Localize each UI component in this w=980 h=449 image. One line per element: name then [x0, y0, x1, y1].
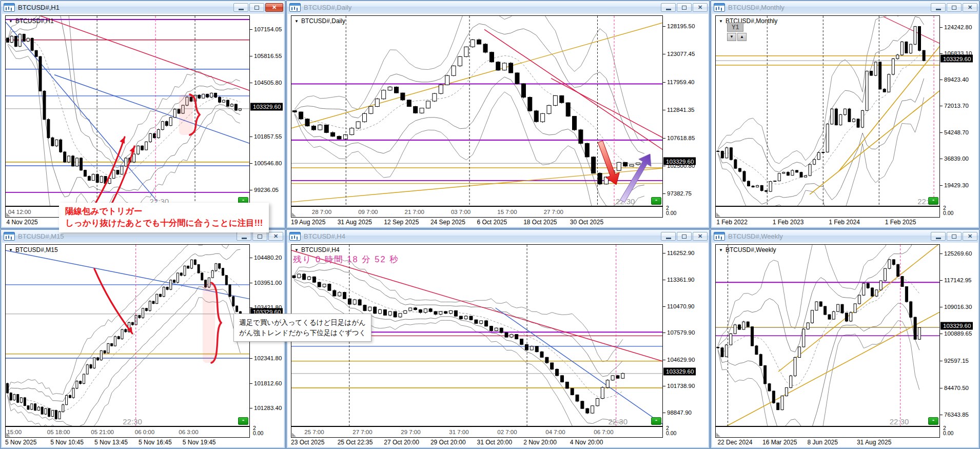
strip-scale-min: 0.00: [943, 210, 953, 216]
price-scale[interactable]: 125269.60117142.95109016.30100889.659259…: [940, 243, 978, 426]
price-tick: [250, 190, 252, 190]
candlestick-chart-svg[interactable]: [6, 16, 249, 206]
price-scale[interactable]: 116252.90113361.90110470.90107579.901046…: [663, 243, 708, 426]
collapse-green-button[interactable]: -: [928, 417, 938, 425]
price-tick: [663, 333, 665, 333]
candlestick-chart-svg[interactable]: [291, 16, 662, 206]
scroll-grip-icon: [292, 433, 296, 437]
chart-window-weekly: BTCUSD#,Weekly✕▼BTCUSD#,Weekly22:30-1252…: [710, 229, 980, 449]
price-tick: [940, 388, 943, 388]
maximize-button[interactable]: [677, 3, 692, 12]
minimize-button[interactable]: [661, 3, 676, 12]
candlestick-chart-svg[interactable]: [6, 245, 249, 426]
time-subwindow-row: 28 7:0009 7:0021 7:0003 7:0015 7:0027 7:…: [288, 206, 708, 218]
close-icon: ✕: [968, 5, 972, 10]
price-tick: [663, 166, 665, 166]
session-time-label: 22:30: [123, 417, 142, 426]
price-tick-label: 124242.80: [944, 24, 972, 30]
strip-scale: 20.00: [940, 426, 978, 438]
price-tick-label: 100889.65: [944, 330, 972, 337]
price-tick: [663, 413, 665, 413]
price-tick-label: 72013.70: [944, 103, 969, 109]
chart-dropdown-icon[interactable]: ▼: [9, 19, 13, 24]
maximize-button[interactable]: [249, 3, 264, 12]
chart-dropdown-icon[interactable]: ▼: [295, 248, 299, 252]
minimize-button[interactable]: [233, 3, 248, 12]
maximize-button[interactable]: [947, 232, 962, 241]
maximize-button[interactable]: [252, 232, 267, 241]
time-axis[interactable]: 1 Feb 20221 Feb 20231 Feb 20241 Feb 2025: [715, 218, 940, 227]
price-tick: [940, 253, 943, 254]
scale-up-button[interactable]: ▲: [737, 33, 747, 41]
minimize-button[interactable]: [931, 232, 946, 241]
time-subwindow[interactable]: 25 7:0027 7:0029 7:0031 7:0002 7:0004 7:…: [291, 426, 663, 438]
minimize-button[interactable]: [661, 232, 676, 241]
collapse-green-button[interactable]: -: [928, 197, 938, 205]
price-chart-plot[interactable]: ▼BTCUSD#,M1522:30-: [5, 244, 250, 426]
price-scale[interactable]: 128195.50123077.45117959.40112841.351076…: [663, 14, 708, 206]
window-titlebar[interactable]: BTCUSD#,H4✕: [287, 230, 709, 243]
time-subwindow[interactable]: [715, 426, 940, 438]
comment-tooltip-box[interactable]: 週足で買いが入ってくるけど日足はがん がん強トレンドだから下位足はぐずつく: [233, 314, 371, 342]
close-button[interactable]: ✕: [963, 3, 977, 12]
close-button[interactable]: ✕: [963, 232, 977, 241]
price-tick-label: 102341.80: [254, 355, 282, 361]
window-titlebar[interactable]: BTCUSD#,Daily✕: [287, 1, 709, 14]
session-time-label: 22:30: [608, 417, 628, 426]
time-axis[interactable]: 19 Aug 202531 Aug 202512 Sep 202524 Sep …: [291, 218, 663, 227]
window-titlebar[interactable]: BTCUSD#,H1✕: [1, 1, 285, 14]
price-chart-plot[interactable]: ▼BTCUSD#,MonthlyY1▼▲22:30-: [715, 15, 940, 206]
maximize-button[interactable]: [677, 232, 692, 241]
price-scale[interactable]: 124242.80106833.1089423.4072013.7054248.…: [940, 14, 978, 206]
close-button[interactable]: ✕: [693, 232, 708, 241]
time-subwindow[interactable]: [715, 206, 940, 218]
tooltip-line2: がん強トレンドだから下位足はぐずつく: [239, 328, 366, 338]
minimize-button[interactable]: [237, 232, 251, 241]
price-tick-label: 104505.80: [254, 80, 282, 86]
close-button[interactable]: ✕: [268, 232, 283, 241]
chart-dropdown-icon[interactable]: ▼: [719, 19, 723, 24]
window-titlebar[interactable]: BTCUSD#,Weekly✕: [711, 230, 979, 243]
collapse-green-button[interactable]: -: [238, 417, 248, 425]
candlestick-chart-svg[interactable]: [716, 245, 939, 426]
close-button[interactable]: ✕: [265, 3, 283, 12]
date-label: 31 Oct 20:00: [477, 439, 513, 446]
candlestick-chart-svg[interactable]: [716, 16, 939, 206]
maximize-button[interactable]: [947, 3, 962, 12]
time-subwindow[interactable]: 15:0005 18:0005 21:0006 0:0006 3:00: [5, 426, 250, 438]
time-axis[interactable]: 23 Oct 202525 Oct 22:3527 Oct 20:0029 Oc…: [291, 438, 663, 447]
chart-window-monthly: BTCUSD#,Monthly✕▼BTCUSD#,MonthlyY1▼▲22:3…: [710, 0, 980, 229]
collapse-green-button[interactable]: -: [651, 417, 661, 425]
date-label: 1 Feb 2024: [829, 219, 860, 226]
minimize-icon: [666, 9, 671, 10]
price-scale[interactable]: 107154.05105816.55104505.80101857.551005…: [250, 14, 284, 206]
price-chart-plot[interactable]: ▼BTCUSD#,Weekly22:30-: [715, 244, 940, 426]
chart-dropdown-icon[interactable]: ▼: [9, 248, 13, 252]
close-button[interactable]: ✕: [693, 3, 708, 12]
chart-dropdown-icon[interactable]: ▼: [719, 248, 723, 252]
price-chart-plot[interactable]: ▼BTCUSD#,Daily22:30-: [291, 15, 663, 206]
strip-scale-min: 0.00: [666, 210, 676, 216]
red-note-box[interactable]: 陽線包みでトリガー しっかり抜けたあとでも十分間に合うことに注目!!!: [59, 203, 269, 232]
price-tick-label: 101857.55: [254, 133, 282, 140]
date-label: 27 Oct 20:00: [384, 439, 419, 446]
time-subwindow[interactable]: 28 7:0009 7:0021 7:0003 7:0015 7:0027 7:…: [291, 206, 663, 218]
strip-scale: 20.00: [663, 426, 708, 438]
price-tick: [940, 361, 943, 361]
y1-label: Y1: [727, 23, 743, 32]
window-titlebar[interactable]: BTCUSD#,Monthly✕: [711, 1, 979, 14]
time-axis[interactable]: 22 Dec 202416 Mar 20258 Jun 202531 Aug 2…: [715, 438, 940, 447]
maximize-icon: [258, 235, 262, 239]
collapse-green-button[interactable]: -: [651, 197, 661, 205]
chart-dropdown-icon[interactable]: ▼: [295, 19, 299, 24]
close-icon: ✕: [698, 5, 702, 10]
time-axis[interactable]: 5 Nov 20255 Nov 10:455 Nov 13:455 Nov 16…: [5, 438, 250, 447]
minimize-button[interactable]: [931, 3, 946, 12]
scale-down-button[interactable]: ▼: [727, 33, 736, 41]
close-icon: ✕: [273, 233, 278, 239]
price-tick: [250, 83, 252, 83]
date-label: 1 Feb 2025: [885, 219, 916, 226]
current-price-tag: 103329.60: [940, 55, 973, 63]
price-chart-plot[interactable]: ▼BTCUSD#,H122:30-: [5, 15, 250, 206]
price-tick-label: 76343.85: [944, 412, 969, 418]
